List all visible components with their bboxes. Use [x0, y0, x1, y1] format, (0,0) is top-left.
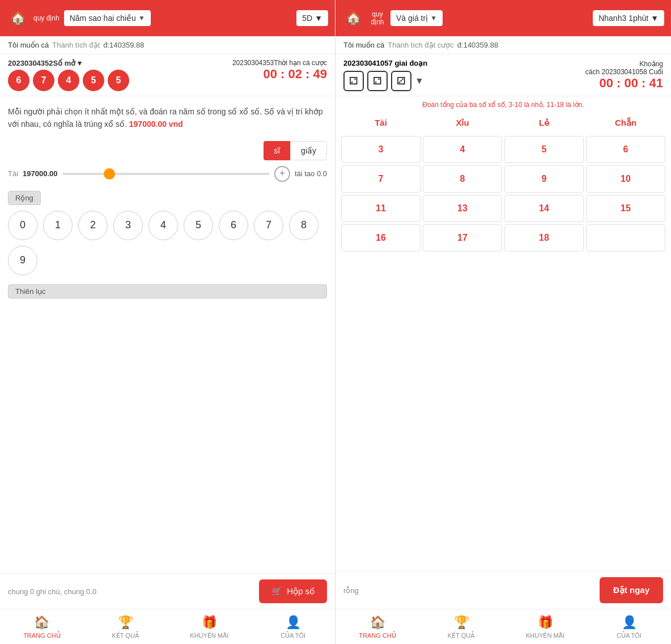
left-thanh-tich-label: Thành tích đặt — [52, 41, 100, 49]
right-header: 🏠 quyđịnh Và giá trị ▼ Nhanh3 1phút ▼ — [336, 0, 671, 36]
cell-4-3[interactable]: 18 — [504, 224, 584, 251]
dat-ngay-button[interactable]: Đặt ngay — [600, 577, 663, 603]
ball-5: 5 — [108, 70, 129, 91]
cell-2-4[interactable]: 10 — [586, 165, 665, 193]
right-nav-khuyen-mai[interactable]: 🎁 KHUYẾN MÃI — [503, 609, 587, 644]
left-period-dropdown[interactable]: 5D ▼ — [296, 10, 328, 26]
left-bottom-bar: chung 0 ghi chú, chung 0.0 🛒 Hộp số — [0, 573, 335, 609]
num-0[interactable]: 0 — [8, 211, 37, 240]
right-amount: đ:140359.88 — [457, 41, 498, 49]
left-home-button[interactable]: 🏠 — [7, 10, 29, 27]
num-3[interactable]: 3 — [113, 211, 143, 240]
right-nav-trang-chu[interactable]: 🏠 TRANG CHỦ — [336, 609, 419, 644]
right-home-button[interactable]: 🏠 — [342, 10, 364, 27]
col-xiu[interactable]: Xỉu — [423, 112, 502, 134]
right-period-dropdown[interactable]: Nhanh3 1phút ▼ — [593, 10, 664, 26]
left-nav-cua-toi-label: CỦA TÔI — [281, 632, 305, 639]
cell-3-4[interactable]: 15 — [586, 195, 665, 222]
left-nav-trang-chu-label: TRANG CHỦ — [23, 632, 60, 639]
right-period-arrow-icon: ▼ — [651, 14, 659, 23]
trophy-nav-icon: 🏆 — [118, 615, 133, 630]
bet-row-4: 16 17 18 — [341, 224, 665, 251]
num-5[interactable]: 5 — [184, 211, 213, 240]
left-period-label: 5D — [302, 14, 312, 23]
right-bottom-bar: rỗng Đặt ngay — [336, 571, 671, 609]
left-nav-cua-toi[interactable]: 👤 CỦA TÔI — [251, 609, 335, 644]
col-tai[interactable]: Tài — [341, 112, 421, 134]
bet-row-2: 7 8 9 10 — [341, 165, 665, 193]
balance-label: Tài — [8, 169, 18, 178]
left-balls-row: 6 7 4 5 5 — [8, 70, 129, 91]
cell-1-2[interactable]: 4 — [423, 136, 502, 163]
bet-slider-track[interactable] — [62, 173, 270, 175]
rong-text: rỗng — [343, 586, 359, 595]
left-round-left: 20230304352Số mở ▾ 6 7 4 5 5 — [8, 59, 129, 91]
dice-row: ⚁ ⚁ ⚂ ▼ — [343, 71, 427, 91]
cell-3-1[interactable]: 11 — [341, 195, 421, 222]
num-2[interactable]: 2 — [78, 211, 108, 240]
left-round-row: 20230304352Số mở ▾ 6 7 4 5 5 20230304353… — [0, 54, 335, 96]
left-game-dropdown[interactable]: Năm sao hai chiều ▼ — [64, 10, 151, 26]
thien-luc-tag[interactable]: Thiên lục — [8, 284, 327, 298]
cell-1-3[interactable]: 5 — [504, 136, 584, 163]
col-chan[interactable]: Chẵn — [586, 112, 665, 134]
right-nav-cua-toi[interactable]: 👤 CỦA TÔI — [587, 609, 671, 644]
left-nav-khuyen-mai[interactable]: 🎁 KHUYẾN MÃI — [168, 609, 252, 644]
bet-slider-thumb[interactable] — [104, 168, 115, 180]
num-1[interactable]: 1 — [43, 211, 73, 240]
giay-button[interactable]: giấy — [290, 141, 327, 160]
right-nav-ket-qua-label: KẾT QUẢ — [448, 632, 475, 639]
left-game-arrow-icon: ▼ — [138, 14, 145, 22]
cell-4-1[interactable]: 16 — [341, 224, 421, 251]
right-quy-dinh: quyđịnh — [369, 10, 386, 27]
right-round-row: 202303041057 giai đoạn ⚁ ⚁ ⚂ ▼ Khoảngcác… — [336, 54, 671, 96]
left-bottom-nav: 🏠 TRANG CHỦ 🏆 KẾT QUẢ 🎁 KHUYẾN MÃI 👤 CỦA… — [0, 609, 335, 644]
num-4[interactable]: 4 — [148, 211, 178, 240]
left-description: Mỗi người phải chọn ít nhất một số, và đ… — [0, 96, 335, 137]
balance-amount: 197000.00 — [23, 169, 57, 178]
right-game-dropdown[interactable]: Và giá trị ▼ — [390, 10, 443, 26]
left-nav-ket-qua-label: KẾT QUẢ — [112, 632, 139, 639]
right-nav-ket-qua[interactable]: 🏆 KẾT QUẢ — [419, 609, 503, 644]
tai-tao-text: tái tao 0.0 — [295, 169, 327, 178]
left-header: 🏠 quy định Năm sao hai chiều ▼ 5D ▼ — [0, 0, 335, 36]
rong-tag[interactable]: Rộng — [8, 191, 41, 205]
col-le[interactable]: Lẻ — [504, 112, 584, 134]
cell-2-2[interactable]: 8 — [423, 165, 502, 193]
bet-row-1: 3 4 5 6 — [341, 136, 665, 163]
right-info-row: Tôi muốn cá Thành tích đặt cược đ:140359… — [336, 36, 671, 54]
right-user-nav-icon: 👤 — [622, 615, 637, 630]
num-8[interactable]: 8 — [289, 211, 318, 240]
cell-4-2[interactable]: 17 — [423, 224, 502, 251]
right-home-nav-icon: 🏠 — [370, 615, 385, 630]
left-info-row: Tôi muốn cá Thành tích đặt đ:140359.88 — [0, 36, 335, 54]
left-nav-ket-qua[interactable]: 🏆 KẾT QUẢ — [84, 609, 168, 644]
cart-icon: 🛒 — [271, 586, 282, 596]
si-button[interactable]: sĩ — [264, 141, 290, 160]
left-game-label: Năm sao hai chiều — [70, 14, 136, 23]
right-round-left: 202303041057 giai đoạn ⚁ ⚁ ⚂ ▼ — [343, 59, 427, 91]
left-toi-muon: Tôi muốn cá — [8, 41, 49, 49]
bet-table-header: Tài Xỉu Lẻ Chẵn — [341, 112, 665, 134]
ball-1: 6 — [8, 70, 29, 91]
num-7[interactable]: 7 — [254, 211, 283, 240]
home-nav-icon: 🏠 — [34, 615, 49, 630]
plus-button[interactable]: + — [274, 166, 290, 182]
cell-3-3[interactable]: 14 — [504, 195, 584, 222]
cell-1-4[interactable]: 6 — [586, 136, 665, 163]
ball-4: 5 — [83, 70, 104, 91]
cell-1-1[interactable]: 3 — [341, 136, 421, 163]
dice-dropdown-icon[interactable]: ▼ — [415, 76, 424, 86]
right-period-label: Nhanh3 1phút — [598, 14, 648, 23]
left-prize: 197000.00 vnd — [129, 120, 183, 129]
cell-2-3[interactable]: 9 — [504, 165, 584, 193]
cell-2-1[interactable]: 7 — [341, 165, 421, 193]
right-gift-nav-icon: 🎁 — [538, 615, 553, 630]
hop-so-button[interactable]: 🛒 Hộp số — [259, 579, 327, 603]
left-nav-trang-chu[interactable]: 🏠 TRANG CHỦ — [0, 609, 84, 644]
right-round-right: Khoảngcách 202303041058 Cuối 00 : 00 : 4… — [585, 60, 663, 91]
num-9[interactable]: 9 — [8, 246, 37, 275]
cell-3-2[interactable]: 13 — [423, 195, 502, 222]
left-round-arrow-icon[interactable]: ▾ — [78, 59, 82, 67]
num-6[interactable]: 6 — [219, 211, 248, 240]
